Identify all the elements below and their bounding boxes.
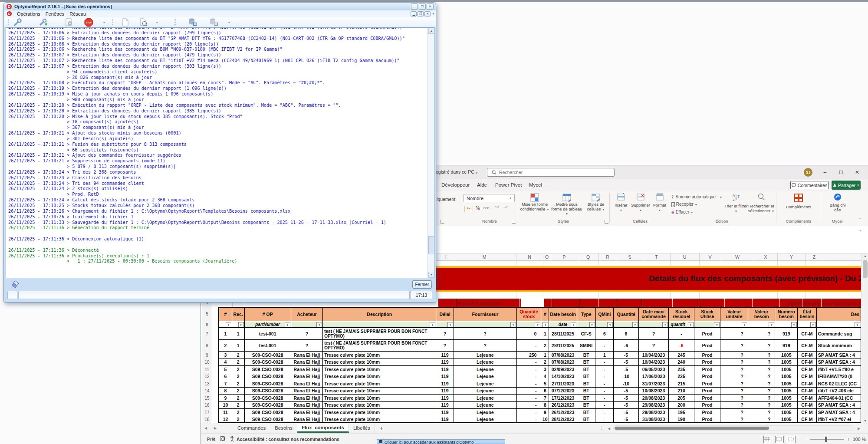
table-cell[interactable]: test ( NE JAMAIS SUPPRIMER POUR BON FONC… <box>323 328 436 340</box>
filter-dropdown-icon[interactable]: ▼ <box>632 322 638 328</box>
table-cell[interactable]: 27/11/2023 <box>549 380 577 388</box>
table-cell[interactable]: S09-CSO-0028 <box>245 395 291 402</box>
table-cell[interactable]: ? <box>454 340 517 352</box>
filter-cell[interactable]: ▼ <box>720 321 748 328</box>
filter-dropdown-icon[interactable]: ▼ <box>855 322 860 328</box>
table-cell[interactable]: S09-CSO-0028 <box>245 388 291 395</box>
table-cell[interactable]: 07/08/2023 <box>549 352 577 359</box>
filter-dropdown-icon[interactable]: ▼ <box>714 322 720 328</box>
clear-log-eraser-icon[interactable] <box>10 279 20 288</box>
tab-aide[interactable]: Aide <box>477 182 487 187</box>
table-cell[interactable]: 28/12/2023 <box>549 416 577 424</box>
column-header-N[interactable]: N <box>516 253 543 260</box>
filter-dropdown-icon[interactable]: ▼ <box>285 322 290 328</box>
table-cell[interactable]: 28/11/2025 <box>549 340 577 352</box>
table-cell[interactable]: CF-S <box>577 328 596 340</box>
table-cell[interactable]: 3 <box>541 366 549 373</box>
table-cell[interactable]: 1005 <box>775 402 798 409</box>
table-cell[interactable]: Lejeune <box>454 388 517 395</box>
hscroll-right-icon[interactable]: ▶ <box>856 426 861 431</box>
table-cell[interactable]: Lejeune <box>454 402 517 409</box>
table-cell[interactable]: Prod <box>694 416 721 424</box>
table-cell[interactable]: 2 <box>232 366 245 373</box>
table-cell[interactable]: 919 <box>775 328 798 340</box>
table-cell[interactable]: ? <box>436 340 454 352</box>
table-cell[interactable]: 119 <box>436 359 454 366</box>
filter-dropdown-icon[interactable]: ▼ <box>316 322 322 328</box>
filter-cell[interactable]: ▼ <box>775 321 798 328</box>
row-header-16[interactable]: 16 <box>202 402 212 410</box>
config-wrench-icon[interactable] <box>13 18 22 27</box>
table-cell[interactable]: 200 <box>669 402 694 409</box>
table-cell[interactable]: Prod <box>694 340 721 352</box>
table-cell[interactable]: 119 <box>436 352 454 359</box>
tab-nav-right-icon[interactable]: ▶ <box>210 423 220 433</box>
macro-record-icon[interactable] <box>220 436 225 441</box>
table-cell[interactable]: 10 <box>218 402 232 409</box>
table-cell[interactable]: 28/11/2025 <box>549 328 577 340</box>
table-cell[interactable]: BT <box>577 395 596 402</box>
table-cell[interactable]: ? <box>748 328 776 340</box>
table-cell[interactable]: ifibT +V2 #07 el <box>817 416 861 424</box>
scroll-down-icon[interactable]: ▼ <box>862 419 868 422</box>
table-cell[interactable]: Prod <box>694 395 721 402</box>
table-cell[interactable]: - <box>595 395 614 402</box>
column-header-V[interactable]: V <box>699 253 721 260</box>
toolbar-dropdown-icon[interactable]: ▾ <box>103 21 105 24</box>
table-cell[interactable]: S09-CSO-0028 <box>245 352 291 359</box>
filter-cell[interactable]: ▼ <box>596 321 614 328</box>
table-cell[interactable]: BT <box>577 359 596 366</box>
table-cell[interactable]: S09-CSO-0028 <box>245 373 291 381</box>
table-cell[interactable]: ifibT +V1.5 #80 e <box>817 366 861 373</box>
minimize-button[interactable]: – <box>820 168 830 177</box>
filter-dropdown-icon[interactable]: ▼ <box>510 322 516 328</box>
table-cell[interactable]: 225 <box>669 373 694 381</box>
table-cell[interactable]: CF-M <box>798 416 817 424</box>
table-cell[interactable]: 26/12/2023 <box>549 409 577 416</box>
table-cell[interactable]: 07/12/2023 <box>549 388 577 395</box>
table-cell[interactable]: ? <box>748 352 776 359</box>
column-header-P[interactable]: P <box>551 253 578 260</box>
dialog-launcher-icon[interactable] <box>605 220 608 224</box>
sheet-tab-libellés[interactable]: Libellés <box>349 423 375 433</box>
zoom-level-label[interactable]: 100 % <box>853 437 866 442</box>
table-cell[interactable]: 215 <box>669 380 694 388</box>
thousands-format-button[interactable]: 000 <box>483 206 489 210</box>
table-cell[interactable]: Prod <box>694 366 721 373</box>
find-select-button[interactable]: Rechercher et sélectionner ▼ <box>748 193 775 219</box>
column-header-I[interactable]: I <box>437 253 453 260</box>
add-sheet-button[interactable]: + <box>375 423 388 433</box>
filter-dropdown-icon[interactable]: ▼ <box>238 322 244 328</box>
scroll-down-icon[interactable]: ▼ <box>428 272 434 278</box>
table-cell[interactable]: 1005 <box>775 409 798 416</box>
table-cell[interactable]: Rana El Hajj <box>291 352 323 359</box>
table-cell[interactable]: Lejeune <box>454 366 517 373</box>
table-cell[interactable]: 6 <box>541 388 549 395</box>
run-task-wrench-icon[interactable] <box>39 18 48 27</box>
table-cell[interactable]: Tresse cuivre plate 10mm <box>323 402 436 409</box>
filter-cell[interactable]: ▼ <box>541 321 549 328</box>
zoom-in-icon[interactable]: + <box>847 436 850 442</box>
row-header-15[interactable]: 15 <box>202 395 212 402</box>
filter-cell[interactable]: ▼ <box>748 321 776 328</box>
table-cell[interactable]: 6 <box>595 328 614 340</box>
table-cell[interactable]: S09-CSO-0028 <box>245 380 291 388</box>
table-cell[interactable]: 9 <box>218 395 232 402</box>
table-cell[interactable]: CF-M <box>798 380 817 388</box>
table-cell[interactable]: -5 <box>614 409 639 416</box>
filter-cell[interactable]: ▼ <box>323 321 436 328</box>
column-header-U[interactable]: U <box>670 253 700 260</box>
table-cell[interactable]: 02/09/2023 <box>549 366 577 373</box>
filter-cell[interactable]: ▼ <box>436 321 454 328</box>
table-cell[interactable]: Lejeune <box>454 409 517 416</box>
table-cell[interactable]: BT <box>577 388 596 395</box>
table-cell[interactable]: 1005 <box>775 380 798 388</box>
filter-cell[interactable]: ▼ <box>232 321 245 328</box>
view-page-break-icon[interactable] <box>787 436 796 443</box>
table-cell[interactable]: Rana El Hajj <box>291 416 323 424</box>
db-connect-icon[interactable] <box>188 18 197 27</box>
table-cell[interactable]: Tresse cuivre plate 10mm <box>323 416 436 424</box>
table-cell[interactable]: 119 <box>436 416 454 424</box>
table-cell[interactable]: CF-M <box>798 409 817 416</box>
vertical-scrollbar-thumb[interactable] <box>863 260 868 278</box>
